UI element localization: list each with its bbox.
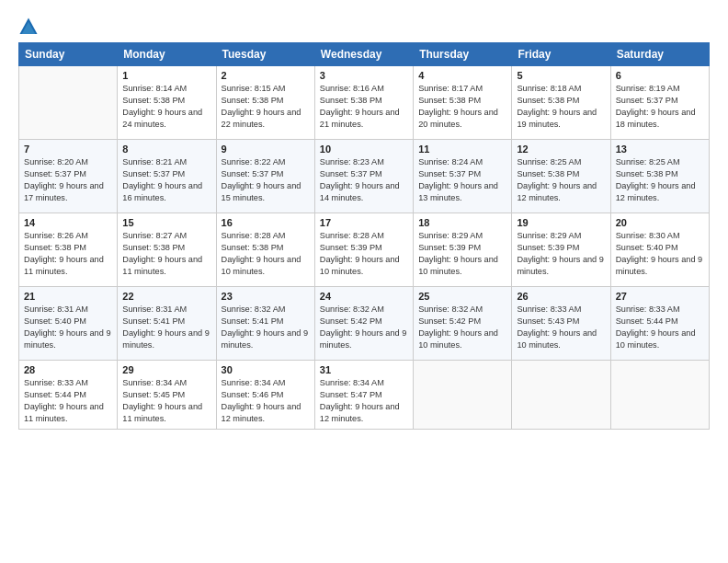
- daylight: Daylight: 9 hours and 11 minutes.: [122, 255, 202, 276]
- day-number: 26: [517, 291, 605, 302]
- daylight: Daylight: 9 hours and 12 minutes.: [517, 181, 597, 202]
- sunrise: Sunrise: 8:32 AM: [418, 304, 483, 314]
- daylight: Daylight: 9 hours and 12 minutes.: [320, 402, 400, 423]
- sunset: Sunset: 5:38 PM: [122, 96, 185, 105]
- calendar-day-header: Monday: [118, 43, 216, 66]
- sunrise: Sunrise: 8:34 AM: [122, 378, 187, 387]
- day-number: 8: [122, 144, 210, 155]
- day-info: Sunrise: 8:25 AM Sunset: 5:38 PM Dayligh…: [616, 156, 704, 204]
- page: SundayMondayTuesdayWednesdayThursdayFrid…: [0, 0, 728, 563]
- day-number: 2: [222, 70, 310, 81]
- calendar-cell: 9 Sunrise: 8:22 AM Sunset: 5:37 PM Dayli…: [216, 140, 314, 213]
- day-number: 31: [320, 364, 408, 375]
- day-number: 23: [222, 291, 310, 302]
- calendar-cell: 24 Sunrise: 8:32 AM Sunset: 5:42 PM Dayl…: [314, 287, 413, 361]
- calendar-cell: 29 Sunrise: 8:34 AM Sunset: 5:45 PM Dayl…: [118, 361, 216, 430]
- calendar-cell: 8 Sunrise: 8:21 AM Sunset: 5:37 PM Dayli…: [118, 140, 216, 213]
- sunset: Sunset: 5:43 PM: [517, 316, 579, 326]
- day-number: 4: [418, 70, 506, 81]
- calendar-day-header: Thursday: [414, 43, 512, 66]
- day-info: Sunrise: 8:34 AM Sunset: 5:45 PM Dayligh…: [122, 377, 210, 425]
- daylight: Daylight: 9 hours and 12 minutes.: [222, 402, 301, 423]
- sunset: Sunset: 5:38 PM: [418, 96, 481, 105]
- day-number: 3: [320, 70, 408, 81]
- sunrise: Sunrise: 8:34 AM: [222, 378, 286, 387]
- day-info: Sunrise: 8:33 AM Sunset: 5:43 PM Dayligh…: [517, 304, 605, 351]
- sunset: Sunset: 5:38 PM: [24, 243, 86, 252]
- calendar-cell: 17 Sunrise: 8:28 AM Sunset: 5:39 PM Dayl…: [314, 213, 413, 287]
- calendar-cell: 7 Sunrise: 8:20 AM Sunset: 5:37 PM Dayli…: [19, 140, 118, 213]
- calendar-week-row: 21 Sunrise: 8:31 AM Sunset: 5:40 PM Dayl…: [19, 287, 710, 361]
- sunset: Sunset: 5:39 PM: [320, 243, 382, 252]
- sunset: Sunset: 5:42 PM: [418, 316, 481, 326]
- daylight: Daylight: 9 hours and 10 minutes.: [616, 328, 696, 350]
- sunrise: Sunrise: 8:17 AM: [418, 84, 483, 93]
- day-number: 21: [24, 291, 112, 302]
- sunset: Sunset: 5:37 PM: [320, 169, 382, 178]
- calendar-cell: [19, 66, 118, 140]
- sunset: Sunset: 5:38 PM: [320, 96, 382, 105]
- calendar-cell: 19 Sunrise: 8:29 AM Sunset: 5:39 PM Dayl…: [512, 213, 610, 287]
- calendar-cell: 28 Sunrise: 8:33 AM Sunset: 5:44 PM Dayl…: [19, 361, 118, 430]
- sunrise: Sunrise: 8:15 AM: [222, 84, 286, 93]
- day-number: 16: [222, 217, 310, 228]
- daylight: Daylight: 9 hours and 9 minutes.: [222, 328, 309, 350]
- daylight: Daylight: 9 hours and 10 minutes.: [320, 255, 400, 276]
- day-info: Sunrise: 8:28 AM Sunset: 5:38 PM Dayligh…: [222, 230, 310, 278]
- calendar-day-header: Friday: [512, 43, 610, 66]
- daylight: Daylight: 9 hours and 10 minutes.: [517, 328, 597, 350]
- day-info: Sunrise: 8:22 AM Sunset: 5:37 PM Dayligh…: [222, 156, 310, 204]
- day-number: 14: [24, 217, 112, 228]
- day-info: Sunrise: 8:34 AM Sunset: 5:46 PM Dayligh…: [222, 377, 310, 425]
- daylight: Daylight: 9 hours and 9 minutes.: [122, 328, 210, 350]
- logo: [18, 17, 40, 37]
- sunrise: Sunrise: 8:32 AM: [320, 304, 384, 314]
- daylight: Daylight: 9 hours and 9 minutes.: [616, 255, 703, 276]
- sunset: Sunset: 5:45 PM: [122, 390, 185, 399]
- sunrise: Sunrise: 8:28 AM: [320, 231, 384, 240]
- day-info: Sunrise: 8:15 AM Sunset: 5:38 PM Dayligh…: [222, 83, 310, 131]
- daylight: Daylight: 9 hours and 16 minutes.: [122, 181, 202, 202]
- day-number: 24: [320, 291, 408, 302]
- header: [18, 17, 710, 37]
- sunrise: Sunrise: 8:20 AM: [24, 157, 88, 167]
- sunset: Sunset: 5:38 PM: [222, 96, 284, 105]
- calendar-week-row: 28 Sunrise: 8:33 AM Sunset: 5:44 PM Dayl…: [19, 361, 710, 430]
- sunrise: Sunrise: 8:23 AM: [320, 157, 384, 167]
- day-info: Sunrise: 8:31 AM Sunset: 5:40 PM Dayligh…: [24, 304, 112, 351]
- daylight: Daylight: 9 hours and 10 minutes.: [418, 328, 498, 350]
- calendar-day-header: Sunday: [19, 43, 118, 66]
- daylight: Daylight: 9 hours and 22 minutes.: [222, 108, 301, 129]
- calendar-day-header: Tuesday: [216, 43, 314, 66]
- logo-icon: [18, 17, 39, 37]
- calendar-header-row: SundayMondayTuesdayWednesdayThursdayFrid…: [19, 43, 710, 66]
- calendar-cell: 22 Sunrise: 8:31 AM Sunset: 5:41 PM Dayl…: [118, 287, 216, 361]
- calendar-day-header: Wednesday: [314, 43, 413, 66]
- sunrise: Sunrise: 8:19 AM: [616, 84, 680, 93]
- sunrise: Sunrise: 8:27 AM: [122, 231, 187, 240]
- sunrise: Sunrise: 8:33 AM: [517, 304, 581, 314]
- day-number: 1: [122, 70, 210, 81]
- day-info: Sunrise: 8:18 AM Sunset: 5:38 PM Dayligh…: [517, 83, 605, 131]
- day-number: 15: [122, 217, 210, 228]
- calendar-week-row: 14 Sunrise: 8:26 AM Sunset: 5:38 PM Dayl…: [19, 213, 710, 287]
- calendar-cell: 21 Sunrise: 8:31 AM Sunset: 5:40 PM Dayl…: [19, 287, 118, 361]
- day-number: 6: [616, 70, 704, 81]
- day-info: Sunrise: 8:21 AM Sunset: 5:37 PM Dayligh…: [122, 156, 210, 204]
- day-number: 28: [24, 364, 112, 375]
- calendar-cell: 13 Sunrise: 8:25 AM Sunset: 5:38 PM Dayl…: [610, 140, 709, 213]
- daylight: Daylight: 9 hours and 11 minutes.: [122, 402, 202, 423]
- sunset: Sunset: 5:40 PM: [616, 243, 678, 252]
- sunrise: Sunrise: 8:25 AM: [517, 157, 581, 167]
- day-number: 20: [616, 217, 704, 228]
- calendar-day-header: Saturday: [610, 43, 709, 66]
- day-info: Sunrise: 8:28 AM Sunset: 5:39 PM Dayligh…: [320, 230, 408, 278]
- sunrise: Sunrise: 8:14 AM: [122, 84, 187, 93]
- day-info: Sunrise: 8:30 AM Sunset: 5:40 PM Dayligh…: [616, 230, 704, 278]
- calendar-cell: 26 Sunrise: 8:33 AM Sunset: 5:43 PM Dayl…: [512, 287, 610, 361]
- daylight: Daylight: 9 hours and 9 minutes.: [517, 255, 604, 276]
- day-number: 22: [122, 291, 210, 302]
- day-info: Sunrise: 8:29 AM Sunset: 5:39 PM Dayligh…: [418, 230, 506, 278]
- sunrise: Sunrise: 8:25 AM: [616, 157, 680, 167]
- calendar-cell: 6 Sunrise: 8:19 AM Sunset: 5:37 PM Dayli…: [610, 66, 709, 140]
